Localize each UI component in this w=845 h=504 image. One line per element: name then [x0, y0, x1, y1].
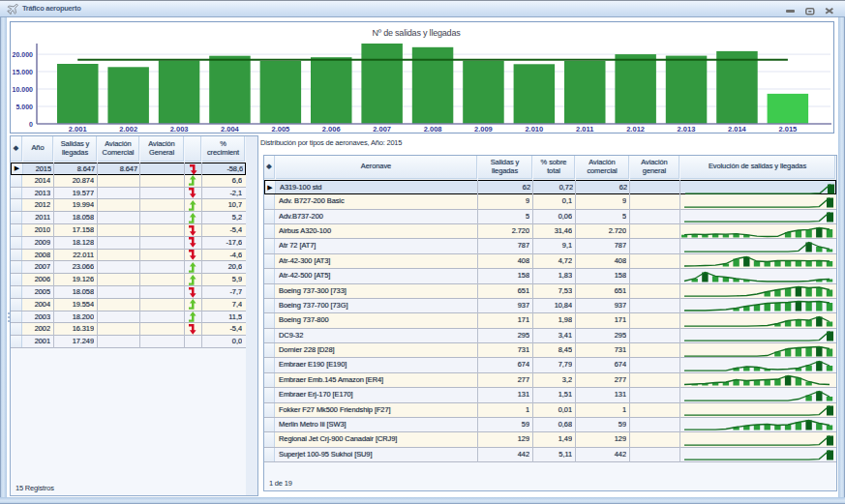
svg-text:2.008: 2.008 [424, 125, 442, 133]
svg-text:2.001: 2.001 [69, 125, 87, 133]
svg-text:15.000: 15.000 [13, 69, 34, 75]
svg-text:2.015: 2.015 [779, 125, 798, 133]
svg-text:2.009: 2.009 [474, 125, 493, 133]
svg-text:2.007: 2.007 [373, 125, 391, 133]
svg-text:2.004: 2.004 [221, 125, 240, 133]
svg-text:Nº de salidas y llegadas: Nº de salidas y llegadas [372, 28, 461, 38]
svg-text:2.006: 2.006 [322, 125, 341, 133]
svg-text:20.000: 20.000 [13, 51, 34, 58]
svg-text:2.014: 2.014 [728, 125, 747, 133]
svg-text:2.010: 2.010 [525, 125, 543, 133]
svg-text:2.011: 2.011 [576, 125, 593, 133]
svg-text:2.003: 2.003 [170, 125, 189, 133]
svg-text:2.012: 2.012 [626, 125, 645, 133]
svg-text:2.013: 2.013 [678, 125, 696, 133]
svg-text:10.000: 10.000 [13, 86, 34, 93]
svg-text:0: 0 [29, 121, 33, 128]
svg-text:5.000: 5.000 [15, 104, 33, 110]
svg-text:2.002: 2.002 [119, 125, 137, 133]
svg-text:2.005: 2.005 [272, 125, 290, 133]
